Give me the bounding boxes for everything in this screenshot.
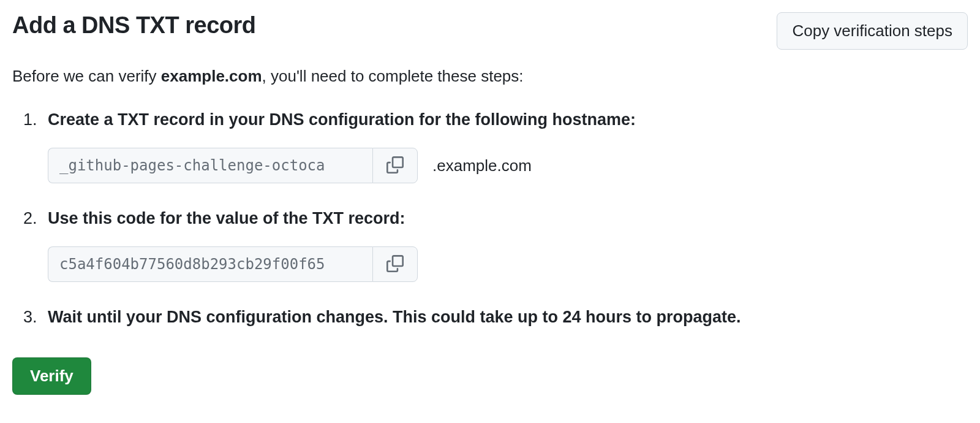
hostname-input[interactable]: _github-pages-challenge-octoca xyxy=(48,148,372,183)
copy-icon xyxy=(386,255,404,274)
step-3: Wait until your DNS configuration change… xyxy=(29,308,968,327)
intro-domain: example.com xyxy=(161,67,262,85)
copy-txt-value-button[interactable] xyxy=(372,246,418,282)
intro-prefix: Before we can verify xyxy=(12,67,161,85)
page-title: Add a DNS TXT record xyxy=(12,12,256,39)
intro-text: Before we can verify example.com, you'll… xyxy=(12,67,968,86)
verify-button[interactable]: Verify xyxy=(12,357,91,395)
copy-icon xyxy=(386,156,404,175)
step-2: Use this code for the value of the TXT r… xyxy=(29,209,968,282)
step-3-label: Wait until your DNS configuration change… xyxy=(48,308,741,326)
step-1-label: Create a TXT record in your DNS configur… xyxy=(48,110,636,129)
txt-value-input[interactable]: c5a4f604b77560d8b293cb29f00f65 xyxy=(48,246,372,282)
copy-verification-steps-button[interactable]: Copy verification steps xyxy=(777,12,968,50)
step-2-label: Use this code for the value of the TXT r… xyxy=(48,209,405,227)
hostname-suffix: .example.com xyxy=(432,156,532,175)
intro-suffix: , you'll need to complete these steps: xyxy=(262,67,524,85)
copy-hostname-button[interactable] xyxy=(372,148,418,183)
step-1: Create a TXT record in your DNS configur… xyxy=(29,110,968,183)
